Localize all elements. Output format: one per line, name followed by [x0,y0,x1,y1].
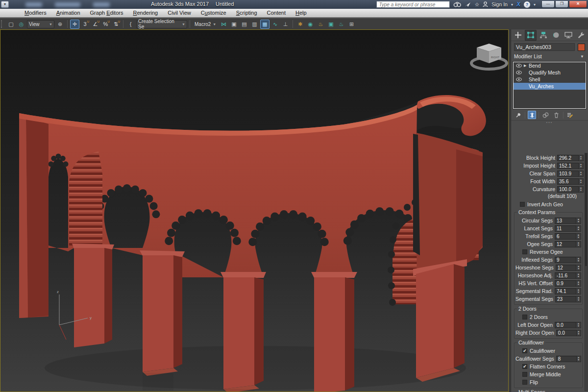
mirror-icon[interactable]: ⋈ [219,20,228,29]
value-field[interactable]: 296.2 [557,155,579,161]
menu-item-modifiers[interactable]: Modifiers [20,9,51,17]
render-production-icon[interactable]: ♨ [337,20,346,29]
stack-item-quadify-mesh[interactable]: Quadify Mesh [514,69,586,76]
value-field[interactable]: 103.9 [557,171,579,177]
communication-center-icon[interactable] [465,1,471,7]
minimize-button[interactable]: — [541,1,555,8]
configure-modifier-sets-icon[interactable] [566,111,574,119]
signin-dropdown-icon[interactable]: ▾ [511,2,513,7]
signin-label[interactable]: Sign In [491,1,508,7]
value-field[interactable]: 152.1 [557,163,579,169]
menu-item-scripting[interactable]: Scripting [231,9,262,17]
checkbox[interactable]: ✔ [522,348,527,353]
rendered-frame-icon[interactable]: ▣ [326,20,336,29]
pin-stack-icon[interactable] [514,111,522,119]
menu-item-content[interactable]: Content [262,9,291,17]
select-move-icon[interactable]: ✛ [70,20,79,29]
eye-icon[interactable] [515,77,522,81]
make-unique-icon[interactable] [541,111,550,119]
value-field[interactable]: 9 [555,257,576,263]
object-name-field[interactable]: Vu_Arches003 [514,43,575,51]
spinner-arrows[interactable]: ▲▼ [576,257,581,263]
layer-manager-icon[interactable]: ▤ [240,20,249,29]
render-grid-icon[interactable]: ⊞ [347,20,356,29]
spinner-arrows[interactable]: ▲▼ [576,280,581,287]
search-input[interactable] [376,1,450,8]
render-setup-icon[interactable]: ♨ [316,20,325,29]
value-field[interactable]: 74.1 [555,288,576,294]
spinner-arrows[interactable]: ▲▼ [576,288,581,294]
help-dropdown-icon[interactable]: ▾ [534,2,536,7]
spinner-arrows[interactable]: ▲▼ [579,155,584,161]
menu-item-animation[interactable]: Animation [51,9,85,17]
percent-snap-icon[interactable]: %∪ [101,20,110,29]
schematic-view-icon[interactable]: ⊥ [281,20,290,29]
value-field[interactable]: -11.6 [555,272,576,279]
spinner-snap-icon[interactable]: ⇅∪ [111,20,121,29]
edit-named-selection-sets-icon[interactable]: { [126,20,135,29]
value-field[interactable]: 100.0 [557,186,579,193]
toolbar-grip[interactable] [1,20,4,28]
expand-arrow-icon[interactable]: ▶ [524,64,527,68]
perspective-viewport[interactable]: z y RIGHT [0,29,509,392]
value-field[interactable]: 6 [555,233,576,240]
spinner-arrows[interactable]: ▲▼ [579,178,584,185]
favorites-star-icon[interactable]: ☆ [474,1,479,8]
checkbox[interactable] [522,380,527,385]
search-binoculars-icon[interactable] [453,1,461,7]
help-icon[interactable]: ? [524,1,530,8]
spinner-arrows[interactable]: ▲▼ [579,186,584,193]
scene-explorer-icon[interactable]: ▥ [250,20,259,29]
spinner-arrows[interactable]: ▲▼ [576,225,581,232]
reference-coordinate-combo[interactable]: View▼ [27,20,54,28]
ribbon-toggle-icon[interactable]: ▦ [260,20,270,29]
paint-selection-icon[interactable]: ◎ [17,20,26,29]
menu-item-civil-view[interactable]: Civil View [163,9,196,17]
hierarchy-tab-icon[interactable] [537,30,549,41]
snap-toggle-3d-icon[interactable]: 3∪ [80,20,90,29]
curve-editor-icon[interactable]: ∿ [270,20,280,29]
checkbox[interactable] [522,249,527,254]
close-button[interactable]: ✕ [569,1,587,8]
eye-icon[interactable] [515,64,522,68]
align-icon[interactable]: ▣ [229,20,239,29]
value-field[interactable]: 8 [556,356,577,362]
checkbox[interactable] [522,315,527,319]
value-field[interactable]: 12 [555,241,576,247]
maximize-button[interactable]: ❐ [555,1,568,8]
eye-icon[interactable] [515,71,522,74]
value-field[interactable]: 0.0 [556,330,577,336]
selection-region-icon[interactable]: ▢ [6,20,16,29]
modify-tab-icon[interactable] [525,30,537,41]
signin-person-icon[interactable] [483,1,488,7]
spinner-arrows[interactable]: ▲▼ [577,330,581,336]
checkbox[interactable] [520,202,525,207]
menu-item-rendering[interactable]: Rendering [128,9,163,17]
utilities-tab-icon[interactable] [575,30,587,41]
menu-item-graph-editors[interactable]: Graph Editors [85,9,128,17]
panel-scrollbar[interactable] [585,153,588,391]
named-selection-set-combo[interactable]: Create Selection Se▼ [136,20,187,28]
stack-item-bend[interactable]: ▶Bend [514,62,586,69]
rollout-scroll-dots[interactable]: ••• [511,120,588,123]
spinner-arrows[interactable]: ▲▼ [576,241,581,247]
spinner-arrows[interactable]: ▲▼ [576,296,581,302]
checkbox[interactable]: ✔ [522,364,527,369]
motion-tab-icon[interactable] [550,30,562,41]
quick-access-toggle-icon[interactable]: ▾ [1,1,9,8]
display-tab-icon[interactable] [563,30,575,41]
spinner-arrows[interactable]: ▲▼ [576,322,581,328]
use-center-icon[interactable]: ⊕ [55,20,65,29]
spinner-arrows[interactable]: ▲▼ [576,218,581,224]
spinner-arrows[interactable]: ▲▼ [579,171,584,177]
checkbox[interactable] [522,372,527,377]
scrollbar-thumb[interactable] [585,153,587,266]
spinner-arrows[interactable]: ▲▼ [577,356,581,362]
value-field[interactable]: 35.6 [557,178,579,185]
spinner-arrows[interactable]: ▲▼ [576,233,581,240]
spinner-arrows[interactable]: ▲▼ [579,163,584,169]
modifier-list-dropdown[interactable]: Modifier List ▼ [511,52,588,61]
exchange-x-icon[interactable]: X [516,1,520,8]
value-field[interactable]: 13 [555,218,576,224]
angle-snap-icon[interactable]: ∠∪ [91,20,100,29]
